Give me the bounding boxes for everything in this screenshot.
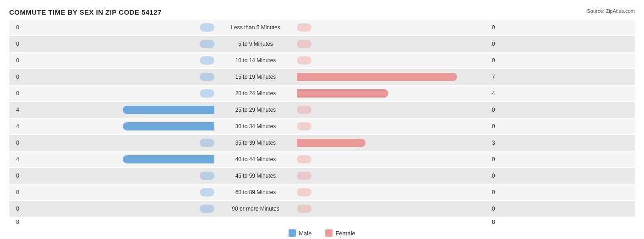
female-value: 0: [489, 189, 502, 196]
female-value: 0: [489, 41, 502, 47]
male-bar-container: [22, 89, 214, 98]
male-bar-container: [22, 172, 214, 180]
male-value: 4: [9, 156, 22, 163]
table-row: 425 to 29 Minutes0: [9, 102, 635, 118]
female-value: 0: [489, 123, 502, 130]
table-row: 0Less than 5 Minutes0: [9, 20, 635, 35]
legend-male: Male: [289, 229, 311, 237]
female-bar-container: [297, 205, 489, 213]
male-bar: [200, 139, 214, 147]
axis-bottom-left: 8: [9, 219, 22, 225]
male-bar: [123, 155, 214, 163]
row-label: 90 or more Minutes: [214, 206, 297, 212]
male-legend-box: [289, 229, 296, 237]
male-value: 0: [9, 57, 22, 64]
table-row: 035 to 39 Minutes3: [9, 135, 635, 151]
female-bar-container: [297, 40, 489, 48]
male-value: 0: [9, 173, 22, 179]
chart-container: COMMUTE TIME BY SEX IN ZIP CODE 54127 So…: [0, 0, 644, 239]
female-bar: [297, 40, 311, 48]
male-value: 0: [9, 24, 22, 31]
table-row: 015 to 19 Minutes7: [9, 69, 635, 85]
male-bar: [200, 56, 214, 65]
axis-bottom-right: 8: [489, 219, 502, 225]
male-bar: [123, 122, 214, 130]
female-value: 3: [489, 140, 502, 146]
male-bar-container: [22, 56, 214, 65]
male-bar: [200, 73, 214, 81]
chart-rows-area: 0Less than 5 Minutes005 to 9 Minutes0010…: [9, 20, 635, 217]
legend-female: Female: [325, 229, 355, 237]
table-row: 020 to 24 Minutes4: [9, 86, 635, 101]
row-label: 25 to 29 Minutes: [214, 107, 297, 113]
female-bar-container: [297, 23, 489, 32]
male-bar: [200, 172, 214, 180]
row-label: 30 to 34 Minutes: [214, 123, 297, 130]
row-label: 20 to 24 Minutes: [214, 90, 297, 97]
row-label: 45 to 59 Minutes: [214, 173, 297, 179]
female-bar-container: [297, 122, 489, 130]
male-bar-container: [22, 40, 214, 48]
female-value: 0: [489, 107, 502, 113]
female-value: 4: [489, 90, 502, 97]
legend-area: Male Female: [9, 229, 635, 237]
female-value: 7: [489, 74, 502, 80]
female-bar: [297, 205, 311, 213]
male-value: 0: [9, 74, 22, 80]
female-bar: [297, 56, 311, 65]
table-row: 045 to 59 Minutes0: [9, 168, 635, 184]
female-bar-container: [297, 106, 489, 114]
female-value: 0: [489, 173, 502, 179]
female-bar: [297, 139, 366, 147]
male-bar-container: [22, 73, 214, 81]
male-bar-container: [22, 122, 214, 130]
female-bar: [297, 23, 311, 32]
table-row: 060 to 89 Minutes0: [9, 185, 635, 200]
male-bar: [200, 205, 214, 213]
female-bar-container: [297, 188, 489, 196]
table-row: 440 to 44 Minutes0: [9, 152, 635, 167]
female-bar-container: [297, 89, 489, 98]
male-value: 0: [9, 90, 22, 97]
chart-title: COMMUTE TIME BY SEX IN ZIP CODE 54127: [9, 8, 635, 16]
female-value: 0: [489, 156, 502, 163]
male-bar-container: [22, 205, 214, 213]
male-value: 0: [9, 41, 22, 47]
table-row: 430 to 34 Minutes0: [9, 119, 635, 134]
row-label: 40 to 44 Minutes: [214, 156, 297, 163]
male-value: 0: [9, 140, 22, 146]
female-bar: [297, 106, 311, 114]
female-bar: [297, 89, 388, 98]
female-value: 0: [489, 206, 502, 212]
male-value: 0: [9, 206, 22, 212]
table-row: 010 to 14 Minutes0: [9, 53, 635, 68]
female-bar: [297, 155, 311, 163]
female-bar: [297, 122, 311, 130]
female-bar: [297, 172, 311, 180]
row-label: 60 to 89 Minutes: [214, 189, 297, 196]
female-bar-container: [297, 155, 489, 163]
female-value: 0: [489, 57, 502, 64]
axis-row: 8 8: [9, 217, 635, 227]
male-value: 0: [9, 189, 22, 196]
table-row: 090 or more Minutes0: [9, 201, 635, 217]
female-value: 0: [489, 24, 502, 31]
male-bar: [200, 188, 214, 196]
male-value: 4: [9, 123, 22, 130]
source-label: Source: ZipAtlas.com: [587, 8, 635, 14]
row-label: Less than 5 Minutes: [214, 24, 297, 31]
row-label: 5 to 9 Minutes: [214, 41, 297, 47]
row-label: 10 to 14 Minutes: [214, 57, 297, 64]
male-value: 4: [9, 107, 22, 113]
male-bar-container: [22, 23, 214, 32]
male-bar: [123, 106, 214, 114]
male-bar-container: [22, 139, 214, 147]
female-bar-container: [297, 172, 489, 180]
female-legend-box: [325, 229, 333, 237]
female-bar-container: [297, 56, 489, 65]
female-bar: [297, 73, 457, 81]
female-bar-container: [297, 139, 489, 147]
male-bar-container: [22, 188, 214, 196]
male-bar-container: [22, 106, 214, 114]
male-bar: [200, 40, 214, 48]
